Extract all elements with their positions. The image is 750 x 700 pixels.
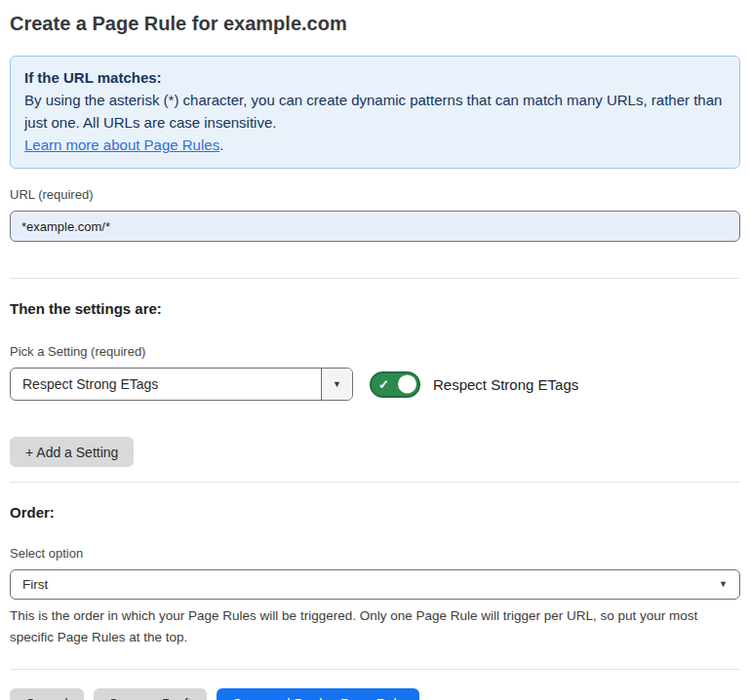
divider bbox=[10, 482, 740, 483]
setting-toggle-label: Respect Strong ETags bbox=[433, 376, 578, 393]
setting-picker-label: Pick a Setting (required) bbox=[10, 344, 740, 360]
setting-toggle[interactable]: ✓ bbox=[370, 371, 420, 398]
order-help-text: This is the order in which your Page Rul… bbox=[10, 605, 736, 648]
divider bbox=[10, 278, 740, 279]
learn-more-link[interactable]: Learn more about Page Rules bbox=[24, 136, 219, 153]
order-select-value: First bbox=[22, 577, 48, 592]
toggle-knob bbox=[398, 375, 416, 394]
url-match-info-box: If the URL matches: By using the asteris… bbox=[10, 56, 740, 169]
chevron-down-icon: ▼ bbox=[719, 580, 728, 589]
link-period: . bbox=[219, 136, 223, 153]
order-select-label: Select option bbox=[10, 546, 740, 562]
add-setting-button[interactable]: + Add a Setting bbox=[10, 437, 134, 467]
info-box-body: By using the asterisk (*) character, you… bbox=[24, 89, 726, 134]
save-as-draft-button[interactable]: Save as Draft bbox=[94, 688, 208, 700]
order-section-heading: Order: bbox=[10, 504, 740, 522]
info-box-link-line: Learn more about Page Rules. bbox=[24, 134, 726, 156]
check-icon: ✓ bbox=[378, 378, 389, 391]
save-and-deploy-button[interactable]: Save and Deploy Page Rule bbox=[217, 688, 419, 700]
info-box-heading: If the URL matches: bbox=[24, 66, 726, 89]
setting-row: Respect Strong ETags ▼ ✓ Respect Strong … bbox=[10, 368, 740, 401]
setting-dropdown-arrow-button[interactable]: ▼ bbox=[321, 369, 352, 400]
setting-dropdown[interactable]: Respect Strong ETags ▼ bbox=[10, 368, 353, 401]
cancel-button[interactable]: Cancel bbox=[10, 688, 84, 700]
page-title: Create a Page Rule for example.com bbox=[10, 12, 740, 35]
chevron-down-icon: ▼ bbox=[333, 380, 341, 389]
settings-section-heading: Then the settings are: bbox=[10, 300, 740, 318]
divider bbox=[10, 669, 740, 670]
order-select[interactable]: First ▼ bbox=[10, 569, 740, 600]
setting-dropdown-value: Respect Strong ETags bbox=[11, 369, 321, 400]
url-input[interactable] bbox=[10, 211, 740, 242]
footer-actions: Cancel Save as Draft Save and Deploy Pag… bbox=[10, 688, 740, 700]
url-field-label: URL (required) bbox=[10, 187, 740, 203]
